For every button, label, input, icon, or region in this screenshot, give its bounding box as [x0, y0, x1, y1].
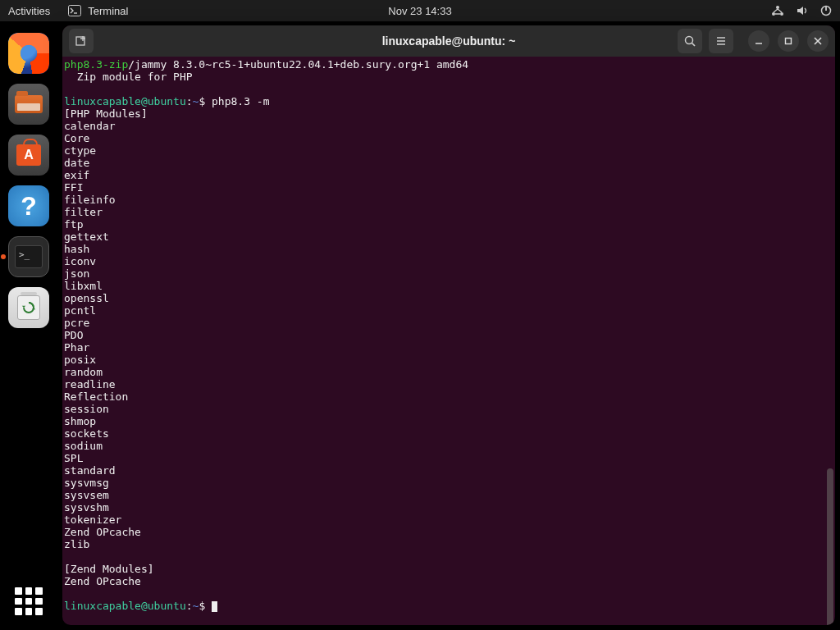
new-tab-button[interactable] — [69, 29, 94, 53]
section-header: [Zend Modules] — [64, 563, 154, 575]
help-icon[interactable]: ? — [8, 185, 49, 226]
svg-point-12 — [686, 37, 693, 44]
svg-marker-8 — [32, 308, 36, 309]
software-store-icon[interactable] — [8, 135, 49, 176]
clock[interactable]: Nov 23 14:33 — [388, 5, 451, 17]
svg-rect-0 — [69, 6, 81, 16]
top-panel: Activities Terminal Nov 23 14:33 — [0, 0, 840, 21]
package-version: /jammy 8.3.0~rc5-1+ubuntu22.04.1+deb.sur… — [128, 58, 468, 71]
files-icon[interactable] — [8, 84, 49, 125]
window-title: linuxcapable@ubuntu: ~ — [382, 34, 516, 48]
power-icon[interactable] — [820, 5, 832, 16]
current-app-indicator[interactable]: Terminal — [68, 5, 128, 17]
svg-point-2 — [776, 6, 779, 9]
svg-point-4 — [780, 12, 783, 16]
activities-button[interactable]: Activities — [8, 5, 50, 17]
svg-marker-7 — [22, 306, 26, 308]
hamburger-menu-button[interactable] — [709, 29, 733, 53]
prompt-user: linuxcapable@ubuntu — [64, 600, 186, 612]
command-text: php8.3 -m — [212, 95, 269, 107]
svg-rect-18 — [786, 39, 792, 44]
close-button[interactable] — [807, 30, 829, 52]
terminal-window: linuxcapable@ubuntu: ~ php8.3-zip/jammy … — [62, 25, 835, 625]
svg-line-13 — [692, 43, 696, 47]
maximize-button[interactable] — [778, 30, 799, 52]
current-app-name: Terminal — [88, 5, 128, 17]
network-icon[interactable] — [771, 5, 784, 16]
dock: ? >_ — [0, 21, 57, 630]
scrollbar-thumb[interactable] — [827, 468, 833, 625]
window-titlebar[interactable]: linuxcapable@ubuntu: ~ — [62, 25, 835, 57]
section-header: [PHP Modules] — [64, 107, 148, 120]
search-button[interactable] — [678, 29, 702, 53]
volume-icon[interactable] — [796, 5, 809, 16]
module-list: calendar Core ctype date exif FFI filein… — [64, 120, 141, 550]
firefox-icon[interactable] — [8, 33, 49, 74]
terminal-small-icon — [68, 5, 81, 16]
package-description: Zip module for PHP — [64, 71, 193, 83]
minimize-button[interactable] — [748, 30, 769, 52]
terminal-output[interactable]: php8.3-zip/jammy 8.3.0~rc5-1+ubuntu22.04… — [62, 57, 835, 625]
prompt-user: linuxcapable@ubuntu — [64, 95, 186, 107]
trash-icon[interactable] — [8, 287, 49, 328]
terminal-dock-icon[interactable]: >_ — [8, 236, 49, 277]
zend-module-list: Zend OPcache — [64, 575, 141, 587]
package-name: php8.3-zip — [64, 58, 128, 71]
cursor — [212, 601, 217, 612]
svg-point-3 — [772, 12, 775, 16]
show-applications-icon[interactable] — [15, 587, 43, 615]
